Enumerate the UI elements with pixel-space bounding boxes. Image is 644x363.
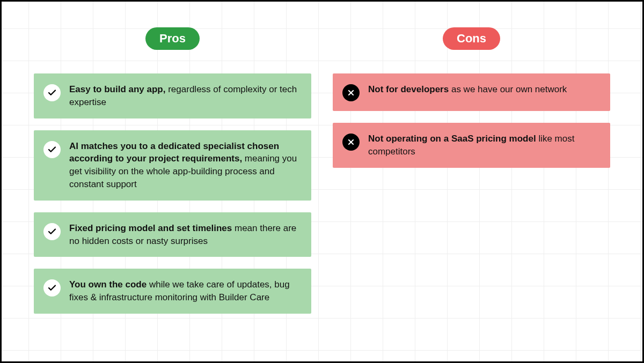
pros-item-text: AI matches you to a dedicated specialist…: [69, 140, 301, 191]
pros-item: Fixed pricing model and set timelines me…: [34, 212, 311, 257]
pros-item-text: You own the code while we take care of u…: [69, 278, 301, 304]
cons-badge: Cons: [443, 27, 500, 50]
pros-badge: Pros: [145, 27, 200, 50]
cons-column: Cons Not for developers as we have our o…: [333, 27, 610, 340]
check-icon: [43, 84, 61, 101]
pros-item: Easy to build any app, regardless of com…: [34, 73, 311, 118]
pros-list: Easy to build any app, regardless of com…: [34, 73, 311, 314]
check-icon: [43, 223, 61, 240]
cons-item: Not for developers as we have our own ne…: [333, 73, 610, 111]
cons-item-text: Not operating on a SaaS pricing model li…: [368, 132, 599, 158]
check-icon: [43, 279, 61, 297]
cross-icon: [342, 84, 360, 101]
pros-column: Pros Easy to build any app, regardless o…: [34, 27, 311, 340]
pros-item-text: Easy to build any app, regardless of com…: [69, 83, 301, 109]
check-icon: [43, 141, 61, 158]
cons-item: Not operating on a SaaS pricing model li…: [333, 123, 610, 168]
comparison-container: Pros Easy to build any app, regardless o…: [2, 2, 642, 361]
cons-list: Not for developers as we have our own ne…: [333, 73, 610, 168]
pros-item: AI matches you to a dedicated specialist…: [34, 130, 311, 201]
pros-item-text: Fixed pricing model and set timelines me…: [69, 222, 301, 248]
pros-item: You own the code while we take care of u…: [34, 269, 311, 314]
cons-item-text: Not for developers as we have our own ne…: [368, 83, 567, 96]
cross-icon: [342, 134, 360, 151]
